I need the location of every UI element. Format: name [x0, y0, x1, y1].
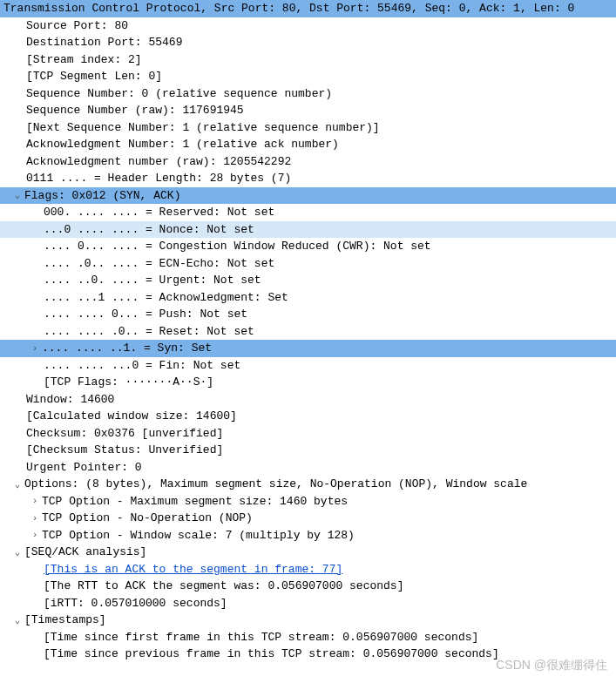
field-ack-num-raw[interactable]: Acknowledgment number (raw): 1205542292	[0, 153, 616, 171]
field-calc-window[interactable]: [Calculated window size: 14600]	[0, 408, 616, 425]
chevron-right-icon[interactable]: ›	[30, 511, 40, 526]
chevron-right-icon[interactable]: ›	[30, 528, 40, 543]
field-header-len[interactable]: 0111 .... = Header Length: 28 bytes (7)	[0, 170, 616, 187]
ack-frame-link[interactable]: [This is an ACK to the segment in frame:…	[44, 561, 342, 578]
field-stream-index[interactable]: [Stream index: 2]	[0, 51, 616, 69]
flag-reserved[interactable]: 000. .... .... = Reserved: Not set	[0, 204, 616, 221]
field-segment-len[interactable]: [TCP Segment Len: 0]	[0, 68, 616, 85]
flags-section[interactable]: ⌄ Flags: 0x012 (SYN, ACK)	[0, 187, 616, 205]
flag-urgent[interactable]: .... ..0. .... = Urgent: Not set	[0, 272, 616, 289]
flag-ack[interactable]: .... ...1 .... = Acknowledgment: Set	[0, 289, 616, 307]
field-dst-port[interactable]: Destination Port: 55469	[0, 34, 616, 51]
flag-syn[interactable]: › .... .... ..1. = Syn: Set	[0, 340, 616, 357]
flag-reset[interactable]: .... .... .0.. = Reset: Not set	[0, 323, 616, 341]
seqack-summary: [SEQ/ACK analysis]	[24, 544, 146, 561]
timestamps-section[interactable]: ⌄ [Timestamps]	[0, 612, 616, 629]
chevron-down-icon[interactable]: ⌄	[12, 613, 23, 628]
field-seq-num[interactable]: Sequence Number: 0 (relative sequence nu…	[0, 85, 616, 103]
field-checksum-status[interactable]: [Checksum Status: Unverified]	[0, 442, 616, 459]
chevron-down-icon[interactable]: ⌄	[12, 188, 23, 203]
timestamps-summary: [Timestamps]	[24, 612, 106, 629]
seqack-section[interactable]: ⌄ [SEQ/ACK analysis]	[0, 544, 616, 561]
timestamps-since-prev[interactable]: [Time since previous frame in this TCP s…	[0, 646, 616, 663]
flag-cwr[interactable]: .... 0... .... = Congestion Window Reduc…	[0, 238, 616, 255]
tcp-header[interactable]: Transmission Control Protocol, Src Port:…	[0, 0, 616, 17]
seqack-rtt[interactable]: [The RTT to ACK the segment was: 0.05690…	[0, 578, 616, 595]
flags-summary: Flags: 0x012 (SYN, ACK)	[24, 187, 180, 205]
field-ack-num[interactable]: Acknowledgment Number: 1 (relative ack n…	[0, 136, 616, 153]
flag-nonce[interactable]: ...0 .... .... = Nonce: Not set	[0, 221, 616, 239]
chevron-right-icon[interactable]: ›	[30, 342, 40, 356]
flag-ecn[interactable]: .... .0.. .... = ECN-Echo: Not set	[0, 255, 616, 273]
timestamps-since-first[interactable]: [Time since first frame in this TCP stre…	[0, 629, 616, 646]
tcp-header-text: Transmission Control Protocol, Src Port:…	[3, 0, 574, 17]
option-wscale[interactable]: › TCP Option - Window scale: 7 (multiply…	[0, 527, 616, 544]
field-src-port[interactable]: Source Port: 80	[0, 17, 616, 35]
field-next-seq[interactable]: [Next Sequence Number: 1 (relative seque…	[0, 119, 616, 137]
field-window[interactable]: Window: 14600	[0, 391, 616, 409]
option-nop[interactable]: › TCP Option - No-Operation (NOP)	[0, 510, 616, 527]
field-checksum[interactable]: Checksum: 0x0376 [unverified]	[0, 425, 616, 443]
field-urgent-ptr[interactable]: Urgent Pointer: 0	[0, 459, 616, 477]
options-summary: Options: (8 bytes), Maximum segment size…	[24, 476, 527, 493]
option-mss[interactable]: › TCP Option - Maximum segment size: 146…	[0, 493, 616, 511]
chevron-right-icon[interactable]: ›	[30, 494, 40, 509]
flag-push[interactable]: .... .... 0... = Push: Not set	[0, 306, 616, 323]
field-seq-num-raw[interactable]: Sequence Number (raw): 117691945	[0, 102, 616, 119]
chevron-down-icon[interactable]: ⌄	[12, 545, 23, 560]
options-section[interactable]: ⌄ Options: (8 bytes), Maximum segment si…	[0, 476, 616, 493]
seqack-irtt[interactable]: [iRTT: 0.057010000 seconds]	[0, 595, 616, 612]
flag-tcp-flags[interactable]: [TCP Flags: ·······A··S·]	[0, 374, 616, 391]
seqack-ack-frame[interactable]: [This is an ACK to the segment in frame:…	[0, 561, 616, 578]
chevron-down-icon[interactable]: ⌄	[12, 477, 23, 492]
flag-fin[interactable]: .... .... ...0 = Fin: Not set	[0, 357, 616, 375]
